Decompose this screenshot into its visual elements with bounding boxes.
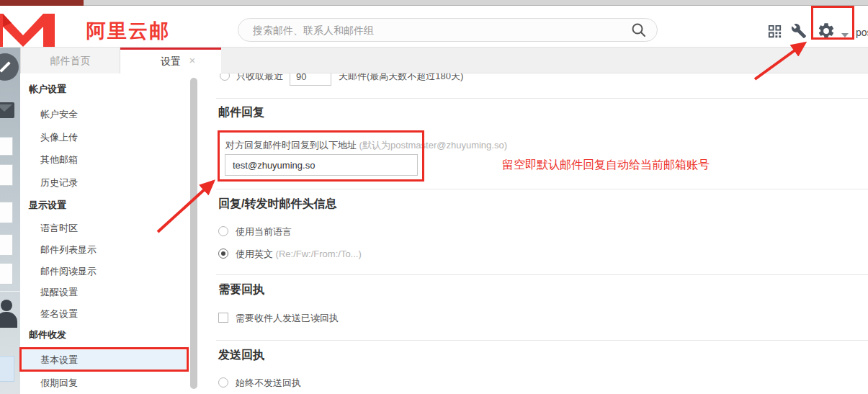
strip-divider (0, 291, 20, 292)
sidebar-item-other-mailbox[interactable]: 其他邮箱 (20, 149, 190, 171)
sidebar-item-account-security[interactable]: 帐户安全 (20, 104, 190, 125)
mail-m-logo-icon[interactable] (0, 14, 56, 47)
sidebar-item-reminder-settings[interactable]: 提醒设置 (20, 282, 190, 303)
background-app-strip (0, 48, 20, 394)
sidebar-item-avatar-upload[interactable]: 头像上传 (20, 127, 190, 148)
radio-option-never-send-receipt[interactable]: 始终不发送回执 (218, 377, 301, 390)
compose-icon[interactable] (0, 53, 19, 81)
section-title-need-receipt: 需要回执 (218, 282, 264, 297)
sidebar-item-vacation-reply[interactable]: 假期回复 (20, 372, 190, 394)
browser-top-edge (0, 0, 868, 6)
checkbox-icon (218, 313, 228, 323)
sidebar-section-display: 显示设置 (20, 194, 190, 216)
section-divider (216, 274, 868, 275)
sidebar-item-language-timezone[interactable]: 语言时区 (20, 218, 190, 239)
settings-content: 只收取最近 天邮件(最高天数不超过180天) 邮件回复 对方回复邮件时回复到以下… (216, 73, 868, 394)
option-label: 使用当前语言 (236, 226, 292, 237)
reply-address-label-text: 对方回复邮件时回复到以下地址 (225, 140, 357, 151)
highlighted-chip[interactable] (0, 356, 14, 382)
radio-icon (218, 377, 228, 388)
caret-down-icon[interactable] (841, 33, 849, 37)
settings-sidebar: 帐户设置 帐户安全 头像上传 其他邮箱 历史记录 显示设置 语言时区 邮件列表显… (20, 73, 216, 394)
folder-chip-icon[interactable] (0, 234, 13, 256)
close-icon[interactable]: × (184, 48, 201, 73)
radio-icon (218, 226, 228, 236)
sidebar-section-account: 帐户设置 (20, 79, 190, 100)
folder-chip-icon[interactable] (0, 164, 13, 186)
reply-address-label: 对方回复邮件时回复到以下地址 (默认为postmaster@zhuyuming.… (225, 139, 507, 152)
account-name[interactable]: pos (856, 27, 868, 38)
folder-chip-icon[interactable] (0, 263, 13, 285)
gear-icon[interactable] (817, 22, 836, 40)
radio-recent-days[interactable] (220, 73, 230, 81)
wrench-icon[interactable] (791, 23, 807, 39)
section-title-mail-reply: 邮件回复 (218, 105, 264, 120)
reply-address-hint: (默认为postmaster@zhuyuming.so) (357, 140, 507, 151)
search-bar[interactable] (238, 18, 658, 42)
folder-chip-icon[interactable] (0, 202, 13, 223)
option-label: 使用英文 (236, 249, 273, 259)
sidebar-item-basic-settings[interactable]: 基本设置 (22, 350, 186, 370)
app-window: 阿里云邮 pos 邮件首页 设置 × (0, 0, 868, 394)
section-divider (216, 340, 868, 341)
checkbox-option-read-receipt[interactable]: 需要收件人发送已读回执 (218, 312, 339, 325)
folder-chip-icon[interactable] (0, 137, 13, 156)
radio-option-english[interactable]: 使用英文 (Re:/Fw:/From:/To...) (218, 248, 362, 261)
tab-mail-home[interactable]: 邮件首页 (20, 48, 120, 73)
section-divider (216, 189, 868, 189)
radio-option-current-language[interactable]: 使用当前语言 (218, 225, 292, 238)
sidebar-item-mail-list-display[interactable]: 邮件列表显示 (20, 239, 190, 261)
option-label: 需要收件人发送已读回执 (236, 313, 339, 323)
envelope-icon[interactable] (0, 102, 14, 118)
annotation-note: 留空即默认邮件回复自动给当前邮箱账号 (502, 158, 710, 173)
section-divider (216, 98, 868, 99)
sidebar-item-history[interactable]: 历史记录 (20, 172, 190, 194)
app-header: 阿里云邮 pos (0, 6, 868, 48)
sidebar-item-signature[interactable]: 签名设置 (20, 303, 190, 325)
option-label: 始终不发送回执 (236, 377, 301, 388)
option-hint: (Re:/Fw:/From:/To...) (273, 249, 362, 259)
clipped-setting-row: 只收取最近 天邮件(最高天数不超过180天) (216, 73, 764, 86)
recent-days-input[interactable] (290, 73, 331, 86)
brand-wordmark[interactable]: 阿里云邮 (86, 18, 170, 44)
tab-bar: 邮件首页 设置 (20, 48, 868, 73)
recent-days-prefix: 只收取最近 (236, 73, 283, 84)
contacts-icon[interactable] (0, 300, 17, 330)
sidebar-section-send-receive: 邮件收发 (20, 324, 190, 346)
sidebar-scrollbar[interactable] (190, 78, 197, 389)
search-icon[interactable] (631, 22, 647, 38)
recent-days-suffix: 天邮件(最高天数不超过180天) (339, 73, 463, 84)
qr-code-icon[interactable] (766, 23, 783, 40)
radio-selected-icon (218, 249, 228, 259)
browser-top-edge-accent (0, 0, 84, 6)
search-input[interactable] (253, 19, 627, 41)
reply-address-input[interactable] (225, 154, 418, 176)
section-title-send-receipt: 发送回执 (218, 348, 264, 363)
section-title-header-info: 回复/转发时邮件头信息 (218, 197, 336, 212)
sidebar-item-mail-read-display[interactable]: 邮件阅读显示 (20, 261, 190, 282)
tab-settings[interactable]: 设置 (120, 48, 221, 73)
